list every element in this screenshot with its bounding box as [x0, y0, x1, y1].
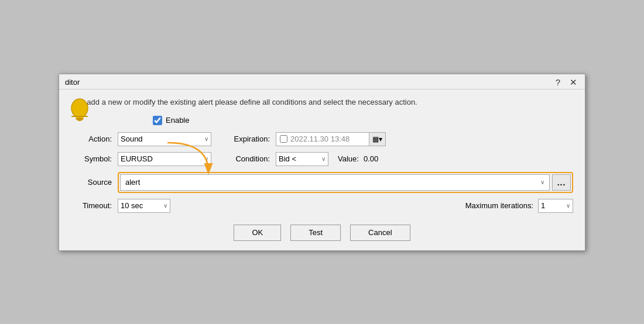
action-chevron: ∨	[204, 136, 208, 142]
calendar-button[interactable]: ▦▾	[369, 132, 386, 146]
close-button[interactable]: ✕	[568, 78, 579, 87]
condition-label: Condition:	[223, 154, 276, 163]
button-row: OK Test Cancel	[71, 225, 573, 241]
title-bar-buttons: ? ✕	[554, 78, 579, 87]
svg-point-2	[77, 118, 83, 121]
dialog-title: ditor	[65, 78, 80, 87]
test-button[interactable]: Test	[290, 225, 341, 241]
enable-checkbox[interactable]	[153, 116, 162, 125]
source-dots-button[interactable]: ...	[552, 174, 571, 191]
symbol-condition-row: Symbol: EURUSD ∨ Condition: Bid < ∨ Valu…	[71, 152, 573, 166]
svg-point-0	[71, 99, 88, 118]
source-chevron: ∨	[540, 179, 544, 185]
action-label: Action:	[71, 135, 118, 143]
form-grid: Action: Sound ∨ Expiration: 2022.11.30 1…	[71, 132, 573, 213]
condition-value: Bid <	[279, 154, 296, 163]
calendar-icon: ▦▾	[372, 135, 382, 143]
source-row-wrapper: Source alert ∨ ...	[71, 172, 573, 193]
symbol-select[interactable]: EURUSD ∨	[118, 152, 211, 166]
symbol-label: Symbol:	[71, 154, 118, 163]
source-highlight: alert ∨ ...	[118, 172, 573, 193]
timeout-label: Timeout:	[71, 201, 118, 210]
dialog-body: To add a new or modify the existing aler…	[59, 89, 585, 250]
action-value: Sound	[121, 135, 143, 143]
max-iter-chevron: ∨	[566, 202, 570, 209]
max-iterations-select[interactable]: 1 ∨	[538, 199, 573, 213]
expiration-checkbox[interactable]	[280, 135, 287, 143]
value-field: 0.00	[364, 154, 378, 163]
expiration-value: 2022.11.30 13:48	[290, 135, 350, 143]
expiration-label: Expiration:	[223, 135, 276, 143]
help-button[interactable]: ?	[554, 78, 562, 87]
max-iterations-label: Maximum iterations:	[465, 201, 533, 210]
max-iterations-value: 1	[541, 201, 545, 210]
enable-row: Enable	[71, 116, 573, 125]
condition-chevron: ∨	[321, 156, 326, 162]
timeout-row: Timeout: 10 sec ∨ Maximum iterations: 1 …	[71, 199, 573, 213]
timeout-chevron: ∨	[163, 202, 167, 209]
alert-editor-dialog: ditor ? ✕ To add a new or modify the exi…	[59, 74, 585, 251]
action-select[interactable]: Sound ∨	[118, 132, 211, 146]
source-value: alert	[125, 178, 140, 187]
action-expiration-row: Action: Sound ∨ Expiration: 2022.11.30 1…	[71, 132, 573, 146]
symbol-value: EURUSD	[121, 154, 153, 163]
title-bar: ditor ? ✕	[59, 74, 585, 89]
bell-icon	[65, 98, 94, 129]
source-label: Source	[71, 178, 118, 187]
value-label: Value:	[338, 154, 359, 163]
condition-select[interactable]: Bid < ∨	[276, 152, 328, 166]
timeout-select[interactable]: 10 sec ∨	[118, 199, 170, 213]
timeout-value: 10 sec	[121, 201, 143, 210]
symbol-chevron: ∨	[204, 156, 208, 162]
source-row: Source alert ∨ ...	[71, 172, 573, 193]
expiration-field[interactable]: 2022.11.30 13:48	[276, 132, 369, 146]
enable-label: Enable	[166, 116, 189, 125]
ok-button[interactable]: OK	[234, 225, 281, 241]
info-text: To add a new or modify the existing aler…	[71, 98, 573, 106]
source-input[interactable]: alert ∨	[120, 174, 550, 191]
cancel-button[interactable]: Cancel	[350, 225, 410, 241]
